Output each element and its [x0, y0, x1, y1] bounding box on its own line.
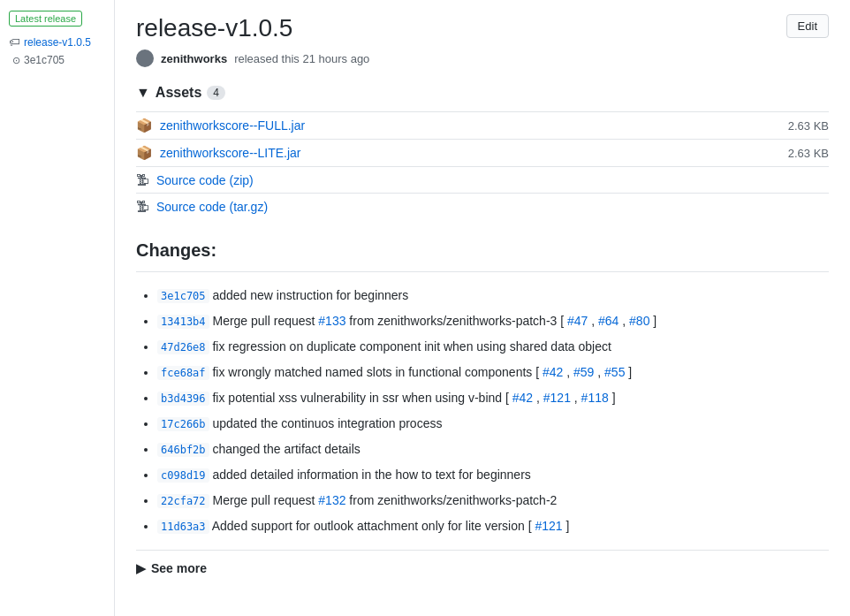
- commit-hash-6[interactable]: 17c266b: [157, 417, 209, 431]
- release-time: released this 21 hours ago: [234, 52, 369, 65]
- chevron-down-icon: ▼: [136, 85, 150, 101]
- commit-text-2: Merge pull request: [212, 314, 318, 328]
- pr-link-121b[interactable]: #121: [535, 519, 562, 533]
- list-item: 11d63a3 Added support for outlook attach…: [157, 517, 829, 536]
- asset-left: 📦 zenithworkscore--FULL.jar: [136, 118, 305, 133]
- pr-link-121a[interactable]: #121: [543, 391, 571, 405]
- assets-count: 4: [207, 86, 225, 100]
- release-meta: zenithworks released this 21 hours ago: [136, 49, 829, 67]
- assets-section: ▼ Assets 4 📦 zenithworkscore--FULL.jar 2…: [136, 85, 829, 219]
- commit-hash-8[interactable]: c098d19: [157, 468, 209, 483]
- commit-text-7: changed the artifact details: [212, 442, 360, 456]
- list-item: c098d19 added detailed information in th…: [157, 466, 829, 484]
- pr-link-59[interactable]: #59: [573, 365, 594, 379]
- commit-text-8: added detailed information in the how to…: [212, 468, 530, 482]
- list-item: 47d26e8 fix regression on duplicate comp…: [157, 338, 829, 356]
- commit-hash-10[interactable]: 11d63a3: [157, 520, 209, 534]
- commit-hash-4[interactable]: fce68af: [157, 366, 209, 380]
- commit-hash-1[interactable]: 3e1c705: [157, 289, 209, 303]
- see-more-label: See more: [151, 561, 207, 575]
- commit-text-6: updated the continuos integration proces…: [212, 416, 442, 430]
- asset-row-full-jar: 📦 zenithworkscore--FULL.jar 2.63 KB: [136, 111, 829, 139]
- asset-link-full-jar[interactable]: zenithworkscore--FULL.jar: [160, 118, 305, 133]
- pr-link-64[interactable]: #64: [598, 314, 619, 328]
- pr-link-42a[interactable]: #42: [543, 365, 563, 379]
- asset-link-lite-jar[interactable]: zenithworkscore--LITE.jar: [160, 146, 301, 160]
- list-item: fce68af fix wrongly matched named slots …: [157, 363, 829, 382]
- list-item: 13413b4 Merge pull request #133 from zen…: [157, 312, 829, 331]
- asset-row-lite-jar: 📦 zenithworkscore--LITE.jar 2.63 KB: [136, 139, 829, 166]
- source-row-zip: 🗜 Source code (zip): [136, 166, 829, 193]
- commit-text-2b: from zenithworks/zenithworks-patch-3 [: [349, 314, 567, 328]
- list-item: 3e1c705 added new instruction for beginn…: [157, 286, 829, 305]
- jar-icon: 📦: [136, 118, 153, 133]
- edit-button[interactable]: Edit: [786, 14, 829, 38]
- commit-hash-9[interactable]: 22cfa72: [157, 494, 209, 508]
- avatar: [136, 49, 154, 67]
- commit-text-4: fix wrongly matched named slots in funct…: [212, 365, 543, 379]
- commit-text-5: fix potential xss vulnerability in ssr w…: [212, 391, 512, 405]
- pr-link-55[interactable]: #55: [604, 365, 625, 379]
- pr-link-132[interactable]: #132: [318, 493, 345, 507]
- release-title: release-v1.0.5: [136, 14, 292, 42]
- tag-icon: 🏷: [9, 35, 20, 49]
- sidebar-commit-link[interactable]: ⊙ 3e1c705: [9, 54, 105, 66]
- jar-icon-lite: 📦: [136, 145, 153, 161]
- sidebar-commit-label: 3e1c705: [24, 54, 65, 66]
- pr-link-80[interactable]: #80: [629, 314, 649, 328]
- list-item: 17c266b updated the continuos integratio…: [157, 414, 829, 433]
- pr-link-42b[interactable]: #42: [512, 391, 533, 405]
- commit-text-9: Merge pull request: [212, 493, 318, 507]
- zip-icon: 🗜: [136, 172, 149, 187]
- list-item: 22cfa72 Merge pull request #132 from zen…: [157, 491, 829, 510]
- changes-title: Changes:: [136, 240, 829, 261]
- source-link-zip[interactable]: Source code (zip): [156, 173, 254, 187]
- commit-hash-7[interactable]: 646bf2b: [157, 443, 209, 457]
- pr-link-118[interactable]: #118: [581, 391, 609, 405]
- commit-icon: ⊙: [12, 55, 20, 66]
- sidebar-release-link[interactable]: 🏷 release-v1.0.5: [9, 35, 105, 49]
- latest-release-badge: Latest release: [9, 11, 82, 27]
- changes-section: Changes: 3e1c705 added new instruction f…: [136, 240, 829, 575]
- commit-hash-3[interactable]: 47d26e8: [157, 340, 209, 354]
- targz-icon: 🗜: [136, 199, 149, 214]
- asset-size-lite-jar: 2.63 KB: [788, 147, 829, 160]
- commit-text-1: added new instruction for beginners: [212, 288, 408, 302]
- pr-link-133[interactable]: #133: [318, 314, 345, 328]
- release-header: release-v1.0.5 Edit: [136, 14, 829, 42]
- list-item: b3d4396 fix potential xss vulnerability …: [157, 389, 829, 407]
- main-content: release-v1.0.5 Edit zenithworks released…: [115, 0, 850, 616]
- source-row-targz: 🗜 Source code (tar.gz): [136, 193, 829, 219]
- commit-hash-5[interactable]: b3d4396: [157, 392, 209, 406]
- commit-hash-2[interactable]: 13413b4: [157, 315, 209, 329]
- commit-text-9b: from zenithworks/zenithworks-patch-2: [349, 493, 557, 507]
- assets-title: Assets: [156, 85, 201, 101]
- assets-header[interactable]: ▼ Assets 4: [136, 85, 829, 101]
- author-link[interactable]: zenithworks: [161, 52, 227, 65]
- see-more[interactable]: ▶ See more: [136, 550, 829, 575]
- asset-left-lite: 📦 zenithworkscore--LITE.jar: [136, 145, 301, 161]
- sidebar-release-label: release-v1.0.5: [24, 36, 91, 49]
- changes-divider: [136, 271, 829, 272]
- sidebar: Latest release 🏷 release-v1.0.5 ⊙ 3e1c70…: [0, 0, 115, 616]
- asset-size-full-jar: 2.63 KB: [788, 119, 829, 133]
- list-item: 646bf2b changed the artifact details: [157, 440, 829, 459]
- pr-link-47[interactable]: #47: [567, 314, 588, 328]
- commit-text-10: Added support for outlook attachment onl…: [212, 519, 535, 533]
- source-link-targz[interactable]: Source code (tar.gz): [156, 200, 268, 214]
- commit-list: 3e1c705 added new instruction for beginn…: [136, 286, 829, 536]
- commit-text-3: fix regression on duplicate component in…: [212, 339, 611, 354]
- chevron-right-icon: ▶: [136, 561, 146, 575]
